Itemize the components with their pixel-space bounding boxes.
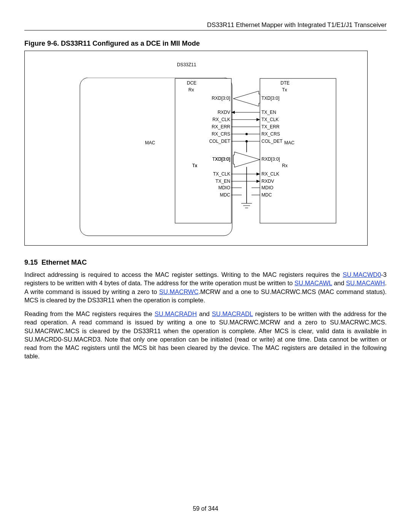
svg-text:Tx: Tx [192, 163, 197, 168]
svg-text:RX_CLK: RX_CLK [261, 171, 279, 177]
link-macwd0[interactable]: SU.MACWD0 [342, 271, 381, 278]
svg-rect-1 [80, 61, 232, 78]
svg-marker-21 [256, 118, 260, 121]
svg-text:MDC: MDC [261, 192, 272, 198]
svg-marker-4 [233, 91, 260, 106]
section-title: Ethernet MAC [41, 259, 87, 266]
dce-title: DCE [187, 80, 196, 86]
link-macawl[interactable]: SU.MACAWL [295, 280, 332, 286]
doc-title: DS33R11 Ethernet Mapper with Integrated … [207, 21, 387, 28]
dte-title: DTE [280, 80, 290, 86]
svg-text:RXDV: RXDV [261, 179, 274, 184]
dce-mac: MAC [145, 140, 155, 145]
svg-text:MDIO: MDIO [218, 185, 230, 190]
svg-text:TX_CLK: TX_CLK [261, 117, 279, 122]
link-macradh[interactable]: SU.MACRADH [155, 310, 197, 317]
svg-text:RX_ERR: RX_ERR [212, 124, 230, 129]
svg-text:MDC: MDC [220, 192, 231, 198]
dce-rx: Rx [188, 87, 194, 93]
page-footer: 59 of 344 [24, 505, 387, 512]
link-macradl[interactable]: SU.MACRADL [212, 310, 253, 317]
svg-text:TXD[3:0]: TXD[3:0] [212, 157, 230, 162]
figure-caption: Figure 9-6. DS33R11 Configured as a DCE … [24, 40, 387, 48]
svg-text:RXD[3:0]: RXD[3:0] [261, 157, 280, 162]
section-num: 9.15 [24, 259, 38, 266]
page-header: DS33R11 Ethernet Mapper with Integrated … [24, 21, 387, 30]
svg-point-24 [245, 133, 248, 135]
chip-label: DS33Z11 [177, 62, 196, 67]
paragraph-1: Indirect addressing is required to acces… [24, 270, 387, 304]
svg-text:RXDV: RXDV [218, 110, 230, 115]
svg-marker-40 [256, 180, 260, 183]
svg-text:TX_EN: TX_EN [261, 110, 276, 115]
page-number: 59 of 344 [193, 505, 218, 512]
svg-text:COL_DET: COL_DET [261, 139, 283, 144]
svg-text:TXD[3:0]: TXD[3:0] [261, 96, 279, 101]
figure-diagram: DS33Z11 DCE DTE Rx Tx MAC MAC Tx Rx RXD[… [24, 51, 368, 246]
svg-text:RXD[3:0]: RXD[3:0] [212, 96, 230, 101]
svg-marker-19 [231, 111, 235, 114]
dte-rx: Rx [282, 163, 288, 168]
svg-text:RX_CRS: RX_CRS [212, 131, 230, 137]
dte-tx: Tx [282, 87, 287, 93]
svg-text:TX_ERR: TX_ERR [261, 124, 280, 129]
svg-text:RX_CLK: RX_CLK [212, 117, 230, 122]
dte-mac: MAC [284, 140, 295, 145]
svg-text:TX_EN: TX_EN [215, 179, 230, 184]
svg-text:MDIO: MDIO [261, 185, 273, 190]
link-macawh[interactable]: SU.MACAWH [346, 280, 385, 286]
link-macrwc[interactable]: SU.MACRWC [159, 288, 198, 295]
svg-text:COL_DET: COL_DET [209, 139, 231, 144]
section-heading: 9.15 Ethernet MAC [24, 259, 387, 267]
svg-marker-38 [256, 173, 260, 176]
paragraph-2: Reading from the MAC registers requires … [24, 310, 387, 361]
svg-text:TX_CLK: TX_CLK [213, 171, 230, 177]
svg-text:RX_CRS: RX_CRS [261, 131, 280, 137]
